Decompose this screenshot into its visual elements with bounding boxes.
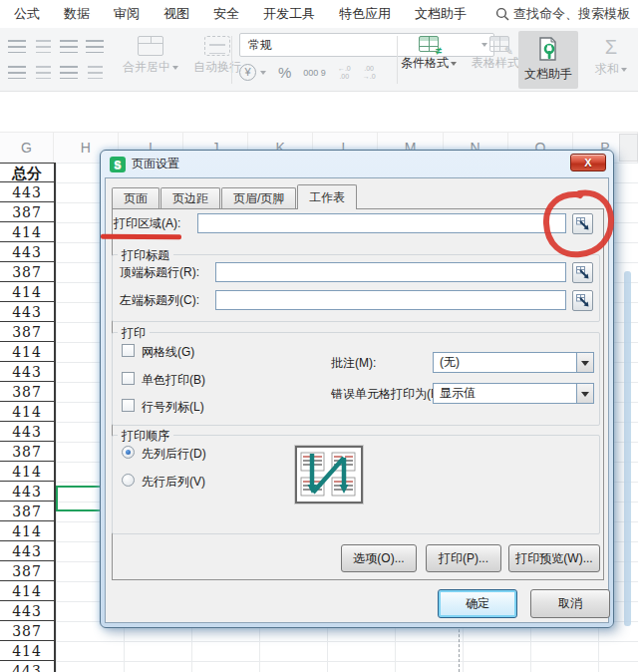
g-column-cell[interactable]: 387: [0, 262, 54, 282]
g-column-header-cell[interactable]: 总分: [0, 163, 54, 182]
print-area-input[interactable]: [197, 213, 566, 233]
print-preview-button[interactable]: 打印预览(W)...: [508, 544, 600, 572]
g-column-cell[interactable]: 443: [0, 422, 54, 442]
g-column-cell[interactable]: 443: [0, 242, 54, 262]
ok-button[interactable]: 确定: [438, 589, 517, 618]
align-top-icon[interactable]: [8, 40, 26, 53]
conditional-format-icon: ≠: [419, 36, 439, 52]
formula-bar-area[interactable]: [0, 92, 638, 133]
selected-cell[interactable]: [56, 486, 104, 511]
menu-item[interactable]: 数据: [64, 5, 90, 23]
conditional-format-button[interactable]: ≠ 条件格式: [397, 36, 461, 72]
gridlines-checkbox[interactable]: [122, 344, 135, 357]
print-area-range-selector-button[interactable]: [572, 213, 593, 234]
doc-assistant-icon: [536, 36, 560, 62]
g-column-cell[interactable]: 387: [0, 561, 54, 581]
search-command[interactable]: 查找命令、搜索模板: [495, 5, 630, 23]
comma-style-icon[interactable]: 000 9: [303, 69, 326, 77]
currency-icon[interactable]: ¥: [239, 64, 256, 81]
align-center-icon[interactable]: [36, 66, 51, 79]
align-middle-icon[interactable]: [36, 40, 51, 53]
chevron-down-icon: [172, 66, 178, 70]
g-column-cell[interactable]: 414: [0, 282, 54, 302]
monochrome-checkbox[interactable]: [122, 372, 135, 385]
g-column-cell[interactable]: 387: [0, 502, 54, 521]
column-header-g[interactable]: G: [0, 133, 54, 163]
g-column-cell[interactable]: 414: [0, 641, 54, 661]
range-selector-icon: [575, 265, 590, 280]
print-button[interactable]: 打印(P)...: [426, 544, 501, 572]
g-column-cell[interactable]: 443: [0, 302, 54, 322]
g-column-cell[interactable]: 414: [0, 342, 54, 362]
cell-errors-value: 显示值: [440, 386, 476, 400]
g-column-cell[interactable]: 443: [0, 601, 54, 621]
decrease-decimal-icon[interactable]: .00 →.0: [363, 65, 376, 81]
merge-center-button[interactable]: 合并居中: [116, 36, 185, 76]
top-title-range-selector-button[interactable]: [572, 262, 593, 283]
down-then-over-radio[interactable]: [122, 446, 135, 459]
g-column-cell[interactable]: 443: [0, 182, 54, 202]
dialog-tabs: 页面 页边距 页眉/页脚 工作表: [112, 184, 357, 208]
chevron-down-icon[interactable]: [576, 384, 593, 403]
dialog-body: 页面 页边距 页眉/页脚 工作表 打印区域(A): 打印标题 顶端标题行(R):: [105, 177, 609, 623]
tab-page[interactable]: 页面: [112, 187, 160, 208]
g-column-cell[interactable]: 387: [0, 442, 54, 462]
close-button[interactable]: X: [570, 154, 606, 171]
increase-decimal-icon[interactable]: ←.0 .00: [338, 65, 351, 81]
tab-margins[interactable]: 页边距: [160, 187, 220, 208]
align-justify-icon[interactable]: [60, 66, 78, 79]
merge-center-icon: [138, 36, 163, 56]
top-title-row-input[interactable]: [215, 262, 566, 282]
vertical-scrollbar-top[interactable]: [619, 134, 638, 162]
over-then-down-radio[interactable]: [122, 474, 135, 487]
tab-header-footer[interactable]: 页眉/页脚: [221, 187, 296, 208]
page-setup-dialog: S 页面设置 X 页面 页边距 页眉/页脚 工作表 打印区域(A): 打印标题: [100, 150, 614, 628]
alignment-icons[interactable]: [4, 34, 108, 86]
indent-increase-icon[interactable]: [86, 40, 104, 53]
indent-decrease-icon[interactable]: [60, 40, 78, 53]
table-style-icon: ✎: [489, 36, 509, 52]
comments-label: 批注(M):: [331, 355, 376, 372]
g-column-cell[interactable]: 414: [0, 402, 54, 422]
g-column-cell[interactable]: 443: [0, 482, 54, 502]
menu-item[interactable]: 公式: [14, 5, 40, 23]
g-column-cell[interactable]: 414: [0, 581, 54, 601]
row-col-headings-checkbox[interactable]: [122, 399, 135, 412]
tab-worksheet[interactable]: 工作表: [297, 184, 357, 209]
text-orientation-icon[interactable]: [88, 66, 103, 79]
g-column-cell[interactable]: 443: [0, 661, 54, 672]
menu-item[interactable]: 审阅: [114, 5, 140, 23]
vertical-scrollbar-thumb[interactable]: [624, 271, 631, 626]
menu-item[interactable]: 开发工具: [263, 5, 315, 23]
g-column-cell[interactable]: 414: [0, 462, 54, 482]
wrap-text-button[interactable]: 自动换行: [189, 36, 245, 76]
percent-style-icon[interactable]: %: [278, 64, 291, 81]
g-column-cell[interactable]: 414: [0, 521, 54, 541]
align-left-icon[interactable]: [8, 66, 26, 79]
g-column-cell[interactable]: 443: [0, 362, 54, 382]
cell-errors-select[interactable]: 显示值: [433, 383, 594, 404]
doc-assistant-button[interactable]: 文档助手: [518, 31, 578, 89]
menu-bar: 公式数据审阅视图安全开发工具特色应用文档助手 查找命令、搜索模板: [0, 0, 638, 28]
g-column-cell[interactable]: 414: [0, 222, 54, 242]
g-column-cell[interactable]: 387: [0, 382, 54, 402]
g-column-cell[interactable]: 387: [0, 621, 54, 641]
chevron-down-icon[interactable]: [576, 353, 593, 372]
comments-select[interactable]: (无): [433, 352, 594, 373]
menu-item[interactable]: 特色应用: [339, 5, 391, 23]
sum-button[interactable]: Σ 求和: [588, 36, 634, 78]
menu-item[interactable]: 安全: [213, 5, 239, 23]
menu-item[interactable]: 视图: [163, 5, 189, 23]
options-button[interactable]: 选项(O)...: [341, 544, 417, 572]
g-column-cell[interactable]: 387: [0, 202, 54, 222]
print-area-label: 打印区域(A):: [114, 215, 180, 232]
left-title-range-selector-button[interactable]: [572, 290, 593, 311]
cancel-button[interactable]: 取消: [530, 589, 610, 618]
comments-value: (无): [440, 355, 460, 369]
g-column-cell[interactable]: 387: [0, 322, 54, 342]
print-legend: 打印: [118, 325, 150, 342]
search-label: 查找命令、搜索模板: [513, 5, 630, 23]
g-column-cell[interactable]: 443: [0, 541, 54, 561]
menu-item[interactable]: 文档助手: [415, 5, 467, 23]
left-title-col-input[interactable]: [215, 290, 566, 310]
